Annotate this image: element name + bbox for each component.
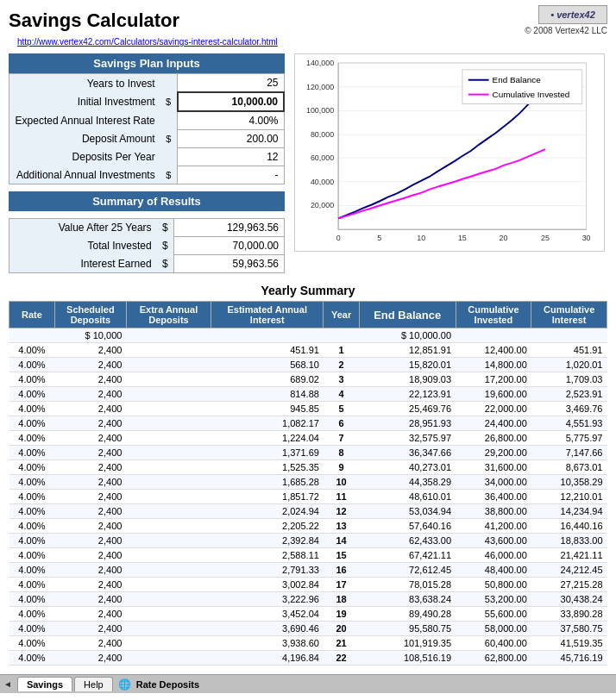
tab-savings[interactable]: Savings	[17, 677, 72, 691]
row-end-balance: 40,273.01	[359, 460, 456, 475]
row-year: 19	[324, 607, 359, 622]
input-row-years: Years to Invest 25	[9, 74, 285, 93]
init-end-balance: $ 10,000.00	[359, 328, 456, 343]
table-row: 4.00% 2,400 945.85 5 25,469.76 22,000.00…	[9, 402, 607, 416]
row-cum-invested: 58,000.00	[456, 622, 531, 636]
row-cum-interest: 1,709.03	[531, 372, 607, 387]
row-end-balance: 83,638.24	[359, 592, 456, 607]
tab-arrow-left[interactable]: ◄	[3, 679, 12, 689]
results-table: Value After 25 Years $ 129,963.56 Total …	[9, 218, 285, 273]
row-scheduled: 2,400	[54, 372, 126, 387]
row-extra	[126, 446, 211, 460]
row-interest: 3,938.60	[211, 636, 324, 651]
table-row: 4.00% 2,400 2,205.22 13 57,640.16 41,200…	[9, 519, 607, 534]
result-row-interest: Interest Earned $ 59,963.56	[9, 255, 285, 273]
row-cum-interest: 7,147.66	[531, 446, 607, 460]
row-year: 11	[324, 490, 359, 504]
row-cum-interest: 45,716.19	[531, 651, 607, 666]
row-end-balance: 28,951.93	[359, 416, 456, 431]
svg-text:30: 30	[582, 234, 591, 242]
row-cum-interest: 8,673.01	[531, 460, 607, 475]
row-scheduled: 2,400	[54, 548, 126, 563]
table-row: 4.00% 2,400 814.88 4 22,123.91 19,600.00…	[9, 387, 607, 402]
row-scheduled: 2,400	[54, 387, 126, 402]
row-interest: 3,222.96	[211, 592, 324, 607]
row-extra	[126, 519, 211, 534]
row-year: 21	[324, 636, 359, 651]
per-year-dollar	[160, 148, 178, 166]
row-rate: 4.00%	[9, 446, 55, 460]
init-cum-interest	[531, 328, 607, 343]
table-row-initial: $ 10,000 $ 10,000.00	[9, 328, 607, 343]
deposit-value[interactable]: 200.00	[178, 130, 284, 148]
website-link[interactable]: http://www.vertex42.com/Calculators/savi…	[9, 37, 286, 47]
row-rate: 4.00%	[9, 636, 55, 651]
value-dollar: $	[157, 219, 174, 237]
table-row: 4.00% 2,400 2,588.11 15 67,421.11 46,000…	[9, 548, 607, 563]
row-scheduled: 2,400	[54, 651, 126, 666]
row-rate: 4.00%	[9, 592, 55, 607]
rate-deposits-label: Rate Deposits	[133, 678, 203, 691]
table-row: 4.00% 2,400 1,082.17 6 28,951.93 24,400.…	[9, 416, 607, 431]
additional-value[interactable]: -	[178, 166, 284, 184]
initial-value[interactable]: 10,000.00	[178, 92, 284, 111]
row-cum-interest: 10,358.29	[531, 475, 607, 490]
row-year: 5	[324, 402, 359, 416]
row-extra	[126, 431, 211, 446]
additional-dollar: $	[160, 166, 178, 184]
svg-text:Cumulative Invested: Cumulative Invested	[493, 90, 570, 99]
row-cum-interest: 1,020.01	[531, 358, 607, 372]
deposit-label: Deposit Amount	[9, 130, 160, 148]
row-cum-interest: 5,775.97	[531, 431, 607, 446]
row-end-balance: 89,490.28	[359, 607, 456, 622]
input-row-rate: Expected Annual Interest Rate 4.00%	[9, 111, 285, 130]
row-year: 9	[324, 460, 359, 475]
vertex42-logo: • vertex42	[538, 5, 607, 24]
init-interest	[211, 328, 324, 343]
row-scheduled: 2,400	[54, 534, 126, 548]
row-end-balance: 22,123.91	[359, 387, 456, 402]
row-rate: 4.00%	[9, 622, 55, 636]
value-amount: 129,963.56	[174, 219, 285, 237]
row-extra	[126, 534, 211, 548]
svg-text:25: 25	[541, 234, 550, 242]
row-year: 14	[324, 534, 359, 548]
svg-text:40,000: 40,000	[311, 178, 334, 186]
row-interest: 2,205.22	[211, 519, 324, 534]
row-cum-interest: 2,523.91	[531, 387, 607, 402]
row-interest: 2,024.94	[211, 504, 324, 519]
table-row: 4.00% 2,400 3,690.46 20 95,580.75 58,000…	[9, 622, 607, 636]
row-scheduled: 2,400	[54, 460, 126, 475]
row-rate: 4.00%	[9, 534, 55, 548]
row-year: 22	[324, 651, 359, 666]
row-cum-invested: 26,800.00	[456, 431, 531, 446]
row-scheduled: 2,400	[54, 636, 126, 651]
initial-dollar: $	[160, 92, 178, 111]
tab-help[interactable]: Help	[74, 677, 113, 691]
per-year-value[interactable]: 12	[178, 148, 284, 166]
row-cum-interest: 24,212.45	[531, 563, 607, 578]
table-row: 4.00% 2,400 1,525.35 9 40,273.01 31,600.…	[9, 460, 607, 475]
row-rate: 4.00%	[9, 578, 55, 592]
row-year: 6	[324, 416, 359, 431]
svg-text:5: 5	[377, 234, 381, 242]
total-amount: 70,000.00	[174, 237, 285, 255]
rate-dollar	[160, 111, 178, 130]
row-rate: 4.00%	[9, 416, 55, 431]
main-content: Savings Plan Inputs Years to Invest 25 I…	[0, 50, 616, 277]
rate-value[interactable]: 4.00%	[178, 111, 284, 130]
row-cum-invested: 46,000.00	[456, 548, 531, 563]
row-extra	[126, 548, 211, 563]
row-extra	[126, 651, 211, 666]
init-year	[324, 328, 359, 343]
row-scheduled: 2,400	[54, 343, 126, 358]
row-rate: 4.00%	[9, 519, 55, 534]
row-interest: 451.91	[211, 343, 324, 358]
row-cum-invested: 17,200.00	[456, 372, 531, 387]
years-value[interactable]: 25	[178, 74, 284, 93]
row-cum-invested: 60,400.00	[456, 636, 531, 651]
row-year: 18	[324, 592, 359, 607]
row-scheduled: 2,400	[54, 607, 126, 622]
row-extra	[126, 416, 211, 431]
svg-text:120,000: 120,000	[306, 83, 334, 91]
